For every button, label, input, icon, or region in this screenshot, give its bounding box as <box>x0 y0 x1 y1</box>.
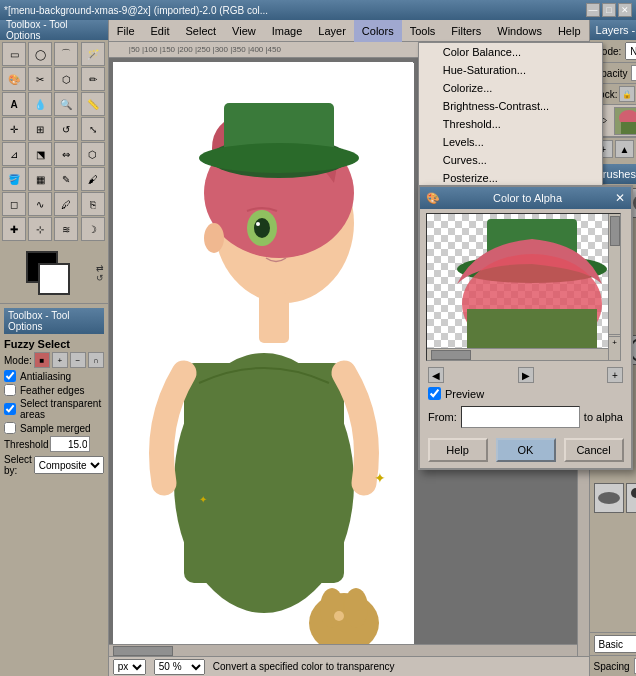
preview-scroll-thumb-h[interactable] <box>431 350 471 360</box>
paths-tool[interactable]: ✏ <box>81 67 105 91</box>
perspective-clone-tool[interactable]: ⊹ <box>28 217 52 241</box>
zoom-dropdown[interactable]: 50 % 25 % 100 % 200 % <box>154 659 205 675</box>
foreground-select-tool[interactable]: ⬡ <box>54 67 78 91</box>
dialog-icon: 🎨 <box>426 192 440 205</box>
antialiasing-label: Antialiasing <box>20 371 71 382</box>
opacity-input[interactable] <box>631 65 636 81</box>
measure-tool[interactable]: 📏 <box>81 92 105 116</box>
menu-layer[interactable]: Layer <box>310 20 354 42</box>
sample-checkbox[interactable] <box>4 422 16 434</box>
menu-hue-saturation[interactable]: Hue-Saturation... <box>419 61 602 79</box>
menu-brightness-contrast[interactable]: Brightness-Contrast... <box>419 97 602 115</box>
mode-dropdown[interactable]: Normal Multiply Screen <box>625 42 636 60</box>
nav-right-button[interactable]: ▶ <box>518 367 534 383</box>
scissors-tool[interactable]: ✂ <box>28 67 52 91</box>
cage-tool[interactable]: ⬡ <box>81 142 105 166</box>
background-color[interactable] <box>38 263 70 295</box>
mode-add[interactable]: + <box>52 352 68 368</box>
nav-plus-button[interactable]: + <box>607 367 623 383</box>
mode-replace[interactable]: ■ <box>34 352 50 368</box>
raise-layer-button[interactable]: ▲ <box>615 140 634 158</box>
airbrush-tool[interactable]: ∿ <box>28 192 52 216</box>
preview-checkbox[interactable] <box>428 387 441 400</box>
nav-left-button[interactable]: ◀ <box>428 367 444 383</box>
menu-filters[interactable]: Filters <box>443 20 489 42</box>
help-button[interactable]: Help <box>428 438 488 462</box>
menu-windows[interactable]: Windows <box>489 20 550 42</box>
ellipse-select-tool[interactable]: ◯ <box>28 42 52 66</box>
dialog-nav-row: ◀ ▶ + <box>420 365 631 385</box>
menu-file[interactable]: File <box>109 20 143 42</box>
paint-bucket-tool[interactable]: 🪣 <box>2 167 26 191</box>
svg-point-45 <box>631 488 636 498</box>
brush-item[interactable] <box>626 483 636 513</box>
zoom-tool[interactable]: 🔍 <box>54 92 78 116</box>
heal-tool[interactable]: ✚ <box>2 217 26 241</box>
unit-dropdown[interactable]: px % in <box>113 659 146 675</box>
select-by-color-tool[interactable]: 🎨 <box>2 67 26 91</box>
alignment-tool[interactable]: ⊞ <box>28 117 52 141</box>
ok-button[interactable]: OK <box>496 438 556 462</box>
feather-checkbox[interactable] <box>4 384 16 396</box>
menu-edit[interactable]: Edit <box>143 20 178 42</box>
dialog-title-bar: 🎨 Color to Alpha ✕ <box>420 187 631 209</box>
blend-tool[interactable]: ▦ <box>28 167 52 191</box>
menu-image[interactable]: Image <box>264 20 311 42</box>
rotate-tool[interactable]: ↺ <box>54 117 78 141</box>
preview-scroll-thumb-v[interactable] <box>610 216 620 246</box>
menu-levels[interactable]: Levels... <box>419 133 602 151</box>
threshold-row: Threshold <box>4 436 104 452</box>
free-select-tool[interactable]: ⌒ <box>54 42 78 66</box>
tool-grid: ▭ ◯ ⌒ 🪄 🎨 ✂ ⬡ ✏ A 💧 🔍 📏 ✛ ⊞ ↺ ⤡ ⊿ ⬔ ⇔ ⬡ … <box>0 40 108 243</box>
scale-tool[interactable]: ⤡ <box>81 117 105 141</box>
menu-view[interactable]: View <box>224 20 264 42</box>
svg-point-16 <box>344 588 368 628</box>
eraser-tool[interactable]: ◻ <box>2 192 26 216</box>
menu-colorize[interactable]: Colorize... <box>419 79 602 97</box>
horizontal-scrollbar-thumb[interactable] <box>113 646 173 656</box>
move-tool[interactable]: ✛ <box>2 117 26 141</box>
select-by-dropdown[interactable]: Composite Red Green Blue Alpha <box>34 456 104 474</box>
feather-row: Feather edges <box>4 384 104 396</box>
blur-tool[interactable]: ≋ <box>54 217 78 241</box>
menu-colors[interactable]: Colors <box>354 20 402 42</box>
menu-threshold[interactable]: Threshold... <box>419 115 602 133</box>
color-selector[interactable] <box>26 251 70 295</box>
svg-rect-22 <box>621 122 636 135</box>
brushes-dropdown[interactable]: Basic Advanced Artistic <box>594 635 636 653</box>
menu-help[interactable]: Help <box>550 20 589 42</box>
text-tool[interactable]: A <box>2 92 26 116</box>
menu-select[interactable]: Select <box>178 20 225 42</box>
flip-tool[interactable]: ⇔ <box>54 142 78 166</box>
maximize-button[interactable]: □ <box>602 3 616 17</box>
rectangle-select-tool[interactable]: ▭ <box>2 42 26 66</box>
lock-pixels-button[interactable]: 🔒 <box>619 86 635 102</box>
dodge-burn-tool[interactable]: ☽ <box>81 217 105 241</box>
cancel-button[interactable]: Cancel <box>564 438 624 462</box>
pencil-tool[interactable]: ✎ <box>54 167 78 191</box>
close-button[interactable]: ✕ <box>618 3 632 17</box>
fuzzy-select-tool[interactable]: 🪄 <box>81 42 105 66</box>
preview-scrollbar-h[interactable] <box>427 348 608 360</box>
color-picker-tool[interactable]: 💧 <box>28 92 52 116</box>
horizontal-scrollbar[interactable] <box>109 644 577 656</box>
menu-tools[interactable]: Tools <box>402 20 444 42</box>
paintbrush-tool[interactable]: 🖌 <box>81 167 105 191</box>
menu-curves[interactable]: Curves... <box>419 151 602 169</box>
mode-intersect[interactable]: ∩ <box>88 352 104 368</box>
mode-subtract[interactable]: − <box>70 352 86 368</box>
threshold-input[interactable] <box>50 436 90 452</box>
perspective-tool[interactable]: ⬔ <box>28 142 52 166</box>
color-from-input[interactable] <box>461 406 580 428</box>
minimize-button[interactable]: — <box>586 3 600 17</box>
brush-item[interactable] <box>594 483 624 513</box>
clone-tool[interactable]: ⎘ <box>81 192 105 216</box>
ink-tool[interactable]: 🖊 <box>54 192 78 216</box>
canvas-image: ✦ ✦ <box>113 62 413 656</box>
menu-color-balance[interactable]: Color Balance... <box>419 43 602 61</box>
shear-tool[interactable]: ⊿ <box>2 142 26 166</box>
transparent-checkbox[interactable] <box>4 403 16 415</box>
dialog-close-button[interactable]: ✕ <box>615 191 625 205</box>
antialiasing-checkbox[interactable] <box>4 370 16 382</box>
preview-scroll-corner-btn[interactable]: + <box>608 336 620 348</box>
